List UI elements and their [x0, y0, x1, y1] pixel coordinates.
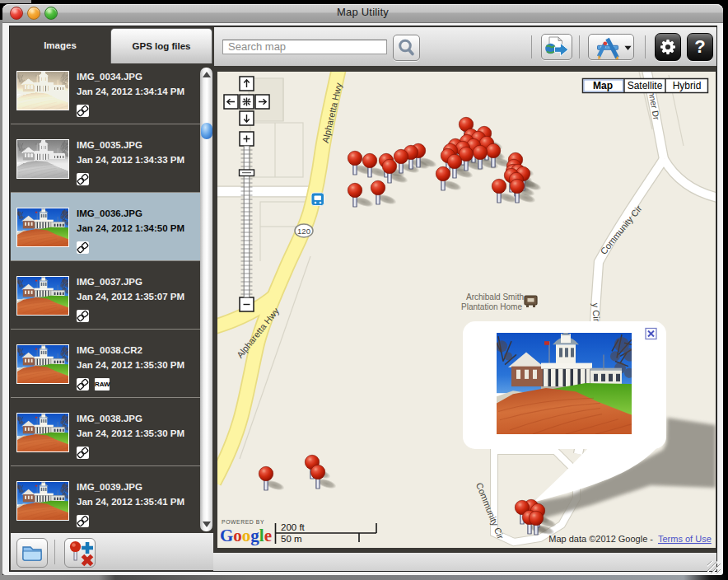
- svg-text:POWERED BY: POWERED BY: [222, 519, 264, 525]
- svg-text:Hybrid: Hybrid: [673, 80, 702, 91]
- svg-text:50 m: 50 m: [281, 534, 302, 544]
- svg-text:120: 120: [297, 227, 310, 236]
- svg-text:Satellite: Satellite: [628, 80, 663, 91]
- svg-text:Archibald Smith: Archibald Smith: [466, 292, 524, 302]
- svg-text:Map: Map: [593, 80, 613, 91]
- svg-text:Plantation Home: Plantation Home: [461, 302, 522, 311]
- svg-text:y Cir: y Cir: [590, 302, 602, 322]
- svg-text:200 ft: 200 ft: [281, 522, 306, 532]
- svg-text:Terms of Use: Terms of Use: [658, 534, 712, 544]
- svg-text:Google: Google: [220, 526, 272, 545]
- svg-text:Map data ©2012 Google -: Map data ©2012 Google -: [548, 534, 653, 544]
